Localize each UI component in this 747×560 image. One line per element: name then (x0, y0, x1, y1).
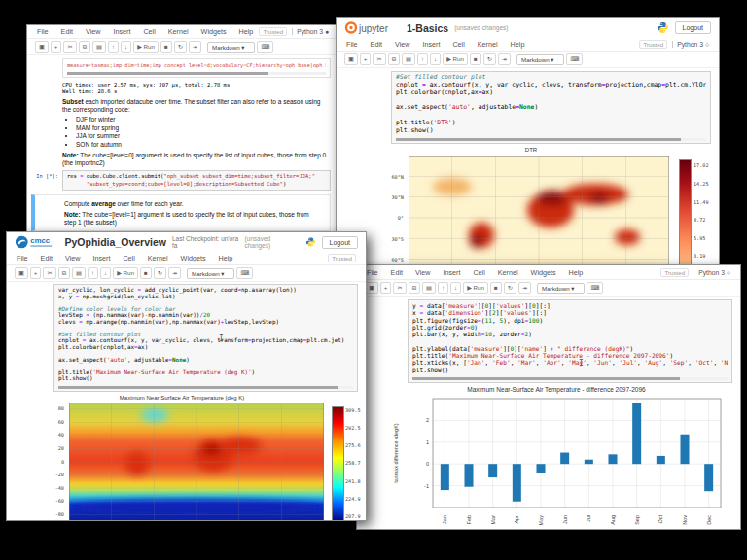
cut-cell-button[interactable]: ✂ (63, 41, 76, 52)
restart-kernel-button[interactable]: ↻ (483, 53, 496, 64)
cell-type-select[interactable]: Markdown ▾ (187, 268, 234, 279)
menu-view[interactable]: View (415, 268, 430, 277)
move-cell-down-button[interactable]: ↓ (100, 267, 111, 278)
menu-cell[interactable]: Cell (452, 40, 464, 49)
horizontal-scrollbar[interactable] (67, 72, 326, 75)
menu-file[interactable]: File (37, 27, 49, 36)
cut-cell-button[interactable]: ✂ (393, 282, 406, 293)
copy-cell-button[interactable]: ⧉ (58, 267, 70, 278)
menu-edit[interactable]: Edit (61, 27, 73, 36)
add-cell-button[interactable]: + (360, 53, 372, 64)
restart-run-all-button[interactable]: ↠ (189, 41, 201, 52)
logout-button[interactable]: Logout (675, 21, 711, 34)
interrupt-kernel-button[interactable]: ■ (140, 267, 152, 278)
run-button[interactable]: ▶ Run (463, 282, 488, 293)
menu-insert[interactable]: Insert (443, 268, 460, 277)
paste-cell-button[interactable]: ▤ (72, 267, 86, 278)
bar-may (537, 464, 546, 473)
move-cell-up-button[interactable]: ↑ (88, 267, 98, 278)
copy-cell-button[interactable]: ⧉ (388, 53, 400, 64)
copy-cell-button[interactable]: ⧉ (409, 282, 420, 293)
menu-help[interactable]: Help (219, 254, 233, 262)
horizontal-scrollbar[interactable] (396, 138, 706, 141)
command-palette-button[interactable]: ⌨ (257, 41, 273, 52)
add-cell-button[interactable]: + (51, 41, 62, 52)
menu-file[interactable]: File (17, 254, 28, 262)
run-button[interactable]: ▶ Run (443, 53, 468, 64)
menu-insert[interactable]: Insert (92, 254, 110, 262)
copy-cell-button[interactable]: ⧉ (79, 41, 90, 52)
menu-edit[interactable]: Edit (41, 254, 53, 262)
horizontal-scrollbar[interactable] (412, 377, 728, 380)
restart-run-all-button[interactable]: ↠ (518, 282, 531, 293)
menu-widgets[interactable]: Widgets (531, 268, 556, 277)
horizontal-scrollbar[interactable] (58, 386, 353, 389)
move-cell-down-button[interactable]: ↓ (121, 41, 131, 52)
cell-type-select[interactable]: Markdown ▾ (516, 54, 564, 65)
menu-kernel[interactable]: Kernel (478, 40, 498, 49)
restart-run-all-button[interactable]: ↠ (168, 267, 181, 278)
move-cell-up-button[interactable]: ↑ (417, 53, 428, 64)
menu-kernel[interactable]: Kernel (148, 254, 168, 262)
save-button[interactable]: ▣ (365, 282, 378, 293)
menu-widgets[interactable]: Widgets (201, 27, 227, 36)
move-cell-up-button[interactable]: ↑ (438, 282, 448, 293)
save-button[interactable]: ▣ (15, 267, 28, 278)
save-button[interactable]: ▣ (35, 41, 49, 52)
menu-help[interactable]: Help (239, 27, 254, 36)
move-cell-down-button[interactable]: ↓ (430, 53, 441, 64)
menu-file[interactable]: File (367, 268, 378, 277)
interrupt-kernel-button[interactable]: ■ (490, 282, 502, 293)
restart-run-all-button[interactable]: ↠ (498, 53, 511, 64)
cell-type-select[interactable]: Markdown ▾ (537, 283, 585, 294)
restart-kernel-button[interactable]: ↻ (154, 267, 166, 278)
restart-kernel-button[interactable]: ↻ (504, 282, 516, 293)
menu-widgets[interactable]: Widgets (181, 254, 206, 262)
command-palette-button[interactable]: ⌨ (587, 282, 603, 293)
notebook-title[interactable]: PyOphidia_Overview (64, 236, 165, 248)
paste-cell-button[interactable]: ▤ (402, 53, 415, 64)
save-button[interactable]: ▣ (344, 53, 358, 64)
command-palette-button[interactable]: ⌨ (236, 267, 253, 278)
cut-cell-button[interactable]: ✂ (43, 267, 55, 278)
menu-edit[interactable]: Edit (371, 40, 382, 49)
menu-view[interactable]: View (86, 27, 100, 36)
tick-label: 14.25 (694, 181, 709, 187)
menu-cell[interactable]: Cell (143, 27, 155, 36)
restart-kernel-button[interactable]: ↻ (174, 41, 187, 52)
selected-markdown-cell[interactable]: Compute average over time for each year.… (31, 194, 331, 231)
menu-cell[interactable]: Cell (123, 254, 134, 262)
paste-cell-button[interactable]: ▤ (422, 282, 436, 293)
move-cell-up-button[interactable]: ↑ (108, 41, 119, 52)
code-cell-editor[interactable]: res = cube.Cube.client.submit("oph_subse… (62, 170, 331, 190)
y-tick-label: 1 (426, 439, 429, 445)
menu-help[interactable]: Help (511, 40, 525, 49)
menu-cell[interactable]: Cell (473, 268, 484, 277)
add-cell-button[interactable]: + (30, 267, 42, 278)
cell-type-select[interactable]: Markdown ▾ (207, 42, 255, 52)
command-palette-button[interactable]: ⌨ (566, 53, 583, 64)
interrupt-kernel-button[interactable]: ■ (470, 53, 481, 64)
run-button[interactable]: ▶ Run (113, 267, 138, 278)
menu-edit[interactable]: Edit (391, 268, 403, 277)
code-cell-editor[interactable]: y = data['measure'][0]['values'][0][:]x … (408, 299, 732, 383)
menu-kernel[interactable]: Kernel (168, 27, 189, 36)
menu-file[interactable]: File (346, 40, 358, 49)
interrupt-kernel-button[interactable]: ■ (160, 41, 172, 52)
code-cell-editor[interactable]: var_cyclic, lon_cyclic = add_cyclic_poin… (53, 284, 358, 392)
notebook-title[interactable]: 1-Basics (407, 22, 448, 34)
paste-cell-button[interactable]: ▤ (92, 41, 106, 52)
cut-cell-button[interactable]: ✂ (373, 53, 385, 64)
menu-help[interactable]: Help (569, 268, 584, 277)
menu-view[interactable]: View (65, 254, 80, 262)
run-button[interactable]: ▶ Run (133, 41, 159, 52)
menu-insert[interactable]: Insert (422, 40, 440, 49)
move-cell-down-button[interactable]: ↓ (450, 282, 461, 293)
logout-button[interactable]: Logout (322, 236, 358, 249)
menu-insert[interactable]: Insert (113, 27, 130, 36)
x-tick-label: Aug (610, 515, 616, 525)
code-cell-editor[interactable]: #Set filled contour plotcnplot = ax.cont… (391, 71, 711, 144)
add-cell-button[interactable]: + (380, 282, 392, 293)
menu-view[interactable]: View (395, 40, 409, 49)
menu-kernel[interactable]: Kernel (498, 268, 518, 277)
